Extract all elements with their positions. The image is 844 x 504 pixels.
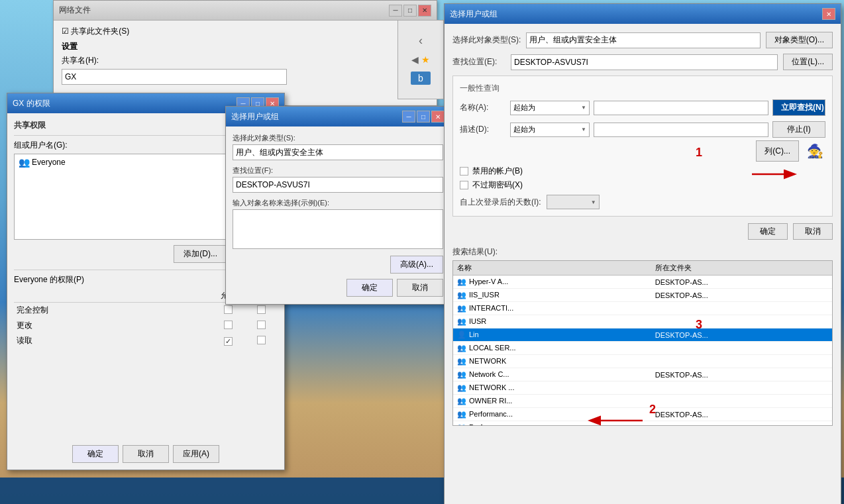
desc-label: 描述(D): (460, 124, 506, 135)
stop-button[interactable]: 停止(I) (772, 121, 825, 138)
add-button[interactable]: 添加(D)... (174, 245, 227, 263)
days-label: 自上次登录后的天数(I): (460, 197, 541, 208)
inner-input-label: 输入对象名称来选择(示例)(E): (233, 198, 443, 208)
group-icon: 👥 (457, 317, 466, 325)
change-deny[interactable] (257, 321, 266, 329)
no-expire-pwd-label: 不过期密码(X) (472, 179, 523, 191)
list-item[interactable]: 👥NETWORK ... (453, 381, 832, 395)
main-ok-btn-top[interactable]: 确定 (748, 223, 788, 240)
location-button[interactable]: 位置(L)... (783, 54, 833, 70)
find-now-button[interactable]: 立即查找(N) (772, 99, 825, 116)
select-user-main-dialog: 选择用户或组 ✕ 选择此对象类型(S): 对象类型(O)... 查找位置(E):… (444, 3, 841, 504)
list-item[interactable]: 👥IIS_IUSR DESKTOP-AS... (453, 289, 832, 302)
gx-cancel-button[interactable]: 取消 (123, 445, 169, 463)
general-query-section: 一般性查询 名称(A): 起始为 ▼ 立即查找(N) 描述(D): 起始为 ▼ (452, 76, 833, 217)
inner-object-input[interactable] (233, 209, 443, 249)
group-icon: 👥 (457, 357, 466, 365)
no-expire-pwd-checkbox[interactable] (460, 181, 468, 189)
share-name-input[interactable] (62, 69, 287, 85)
list-item[interactable]: 👥Hyper-V A... DESKTOP-AS... (453, 276, 832, 289)
location-input[interactable] (511, 54, 778, 70)
group-icon: 👥 (457, 383, 466, 391)
no-expire-pwd-row: 不过期密码(X) (460, 179, 825, 191)
object-type-label: 选择此对象类型(S): (452, 34, 521, 46)
list-item[interactable]: 👥Performanc... DESKTOP-AS... (453, 421, 832, 427)
columns-button[interactable]: 列(C)... (756, 140, 799, 162)
object-type-row: 选择此对象类型(S): 对象类型(O)... (452, 32, 833, 48)
inner-close-btn[interactable]: ✕ (431, 111, 445, 123)
results-name-col: 名称 (453, 261, 651, 276)
main-dialog-title: 选择用户或组 (450, 9, 822, 20)
inner-minimize-btn[interactable]: ─ (402, 111, 415, 123)
gx-apply-button[interactable]: 应用(A) (173, 445, 219, 463)
list-item[interactable]: 👥Network C... DESKTOP-AS... (453, 368, 832, 381)
list-item[interactable]: 👥INTERACTI... (453, 302, 832, 315)
inner-dialog-body: 选择此对象类型(S): 查找位置(F): 输入对象名称来选择(示例)(E): 高… (226, 126, 450, 303)
main-cancel-btn-top[interactable]: 取消 (793, 223, 833, 240)
close-button[interactable]: ✕ (418, 5, 431, 17)
inner-maximize-btn[interactable]: □ (417, 111, 430, 123)
result-folder: DESKTOP-AS... (651, 276, 832, 289)
general-query-title: 一般性查询 (460, 83, 825, 94)
disabled-account-label: 禁用的帐户(B) (472, 166, 523, 177)
result-name: 👥Hyper-V A... (453, 276, 651, 289)
name-query-input[interactable] (594, 101, 768, 115)
list-item[interactable]: 👥Performanc... DESKTOP-AS... (453, 408, 832, 421)
inner-object-type-input[interactable] (233, 144, 443, 160)
results-table-container[interactable]: 名称 所在文件夹 👥Hyper-V A... DESKTOP-AS... 👥II… (452, 260, 833, 426)
full-control-deny[interactable] (257, 305, 266, 314)
result-name: 👥NETWORK (453, 355, 651, 368)
object-type-input[interactable] (526, 32, 760, 48)
desc-query-input[interactable] (594, 123, 768, 137)
name-starts-select[interactable]: 起始为 ▼ (510, 101, 590, 115)
search-results-section: 搜索结果(U): 名称 所在文件夹 👥Hyper-V A... DESKTOP-… (452, 246, 833, 426)
inner-ok-button[interactable]: 确定 (346, 279, 393, 297)
read-allow[interactable] (224, 337, 233, 346)
result-folder (651, 315, 832, 328)
list-item[interactable]: 👥OWNER RI... (453, 395, 832, 408)
days-row: 自上次登录后的天数(I): ▼ (460, 195, 825, 209)
change-allow[interactable] (224, 321, 233, 329)
perm-full-control: 完全控制 (14, 303, 211, 319)
inner-location-input[interactable] (233, 177, 443, 193)
days-select[interactable]: ▼ (547, 195, 600, 209)
minimize-button[interactable]: ─ (389, 5, 402, 17)
result-name: 👥OWNER RI... (453, 395, 651, 408)
main-dialog-body: 选择此对象类型(S): 对象类型(O)... 查找位置(E): 位置(L)...… (445, 24, 841, 434)
select-user-inner-dialog: 选择用户或组 ─ □ ✕ 选择此对象类型(S): 查找位置(F): 输入对象名称… (225, 106, 450, 305)
list-item[interactable]: 👥NETWORK (453, 355, 832, 368)
group-icon: 👥 (457, 277, 466, 285)
everyone-icon: 👥 (19, 157, 29, 168)
nav-panel: ‹ ◀★ b (397, 20, 444, 99)
file-explorer-title: 网络文件 (59, 5, 389, 16)
list-item[interactable]: 👥LOCAL SER... (453, 342, 832, 355)
nav-icons: ◀★ (411, 54, 430, 65)
share-checkbox-label[interactable]: ☑ 共享此文件夹(S) (62, 26, 429, 37)
main-close-btn[interactable]: ✕ (822, 8, 835, 20)
desc-starts-value: 起始为 (513, 125, 535, 134)
list-item[interactable]: 👥IUSR (453, 315, 832, 328)
read-deny[interactable] (257, 336, 266, 344)
back-icon[interactable]: ‹ (419, 34, 423, 48)
maximize-button[interactable]: □ (403, 5, 417, 17)
result-folder (651, 302, 832, 315)
inner-advanced-button[interactable]: 高级(A)... (390, 256, 443, 274)
group-icon: 👥 (457, 304, 466, 312)
full-control-allow[interactable] (224, 305, 233, 314)
table-row: 完全控制 (14, 303, 278, 319)
inner-object-type-label: 选择此对象类型(S): (233, 133, 443, 143)
result-name: 👥Network C... (453, 368, 651, 381)
object-type-button[interactable]: 对象类型(O)... (766, 32, 833, 48)
gx-ok-button[interactable]: 确定 (72, 445, 119, 463)
inner-cancel-button[interactable]: 取消 (397, 279, 443, 297)
list-item[interactable]: 👤Lin DESKTOP-AS... (453, 328, 832, 342)
result-name: 👥NETWORK ... (453, 381, 651, 395)
bing-icon[interactable]: b (411, 72, 431, 85)
inner-location-label: 查找位置(F): (233, 166, 443, 176)
group-icon: 👥 (457, 397, 466, 405)
result-name: 👥INTERACTI... (453, 302, 651, 315)
desc-starts-select[interactable]: 起始为 ▼ (510, 123, 590, 137)
results-header-row: 名称 所在文件夹 (453, 261, 832, 276)
disabled-account-checkbox[interactable] (460, 167, 468, 176)
inner-dialog-title: 选择用户或组 (231, 111, 402, 123)
